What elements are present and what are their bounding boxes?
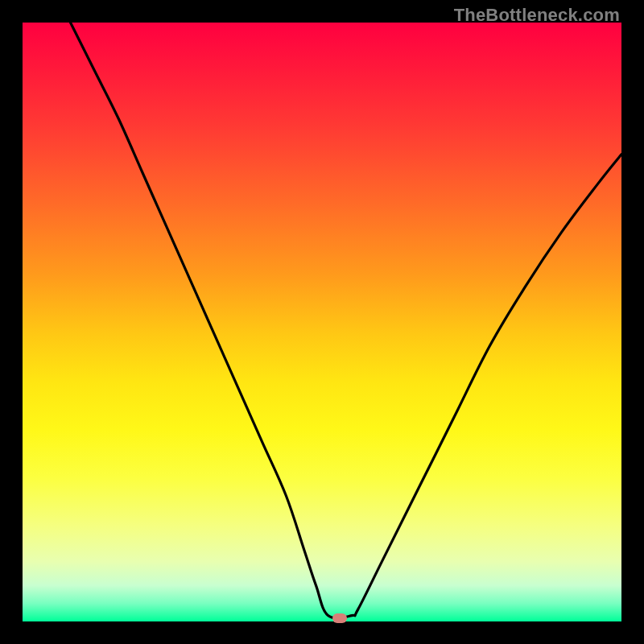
bottleneck-curve bbox=[23, 23, 621, 621]
optimal-point-marker bbox=[332, 613, 347, 623]
plot-area bbox=[23, 23, 621, 621]
chart-frame: TheBottleneck.com bbox=[0, 0, 644, 644]
watermark-text: TheBottleneck.com bbox=[454, 5, 620, 26]
